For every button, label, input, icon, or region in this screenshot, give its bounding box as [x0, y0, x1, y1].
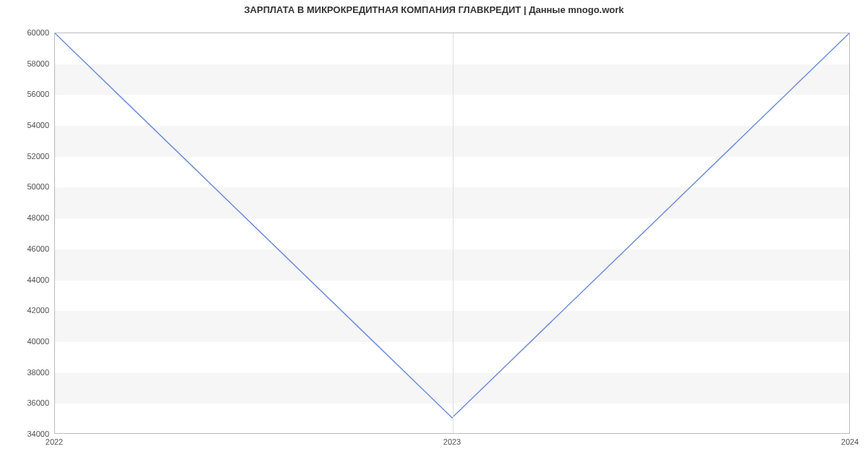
chart-title: ЗАРПЛАТА В МИКРОКРЕДИТНАЯ КОМПАНИЯ ГЛАВК… — [0, 4, 868, 15]
y-tick-label: 52000 — [27, 152, 49, 161]
y-tick-label: 44000 — [27, 275, 49, 284]
line-series — [55, 33, 849, 433]
y-tick-label: 38000 — [27, 368, 49, 377]
y-tick-label: 40000 — [27, 337, 49, 346]
y-tick-label: 54000 — [27, 121, 49, 129]
gridline-vertical — [453, 33, 454, 433]
plot-area — [54, 33, 850, 434]
y-tick-label: 60000 — [27, 28, 49, 37]
y-tick-label: 58000 — [27, 59, 49, 68]
y-tick-label: 48000 — [27, 213, 49, 222]
y-tick-label: 50000 — [27, 182, 49, 191]
chart-container: ЗАРПЛАТА В МИКРОКРЕДИТНАЯ КОМПАНИЯ ГЛАВК… — [0, 0, 868, 470]
y-tick-label: 56000 — [27, 90, 49, 98]
y-tick-label: 42000 — [27, 306, 49, 315]
x-tick-label: 2024 — [841, 437, 859, 446]
x-tick-label: 2022 — [46, 437, 63, 446]
data-line — [55, 33, 849, 418]
x-tick-label: 2023 — [443, 437, 461, 446]
y-tick-label: 36000 — [27, 398, 49, 407]
y-tick-label: 46000 — [27, 244, 49, 253]
